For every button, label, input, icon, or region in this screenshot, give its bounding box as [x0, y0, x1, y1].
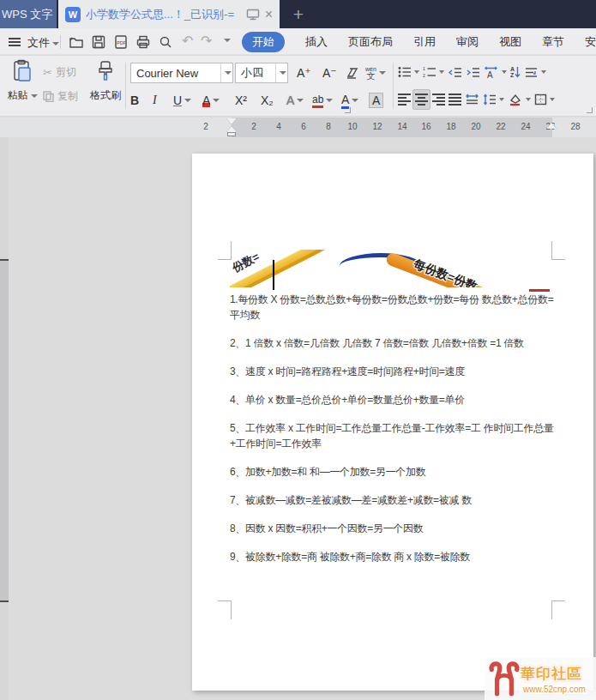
clear-format-button[interactable]	[345, 63, 359, 83]
italic-button[interactable]: I	[153, 90, 157, 111]
paragraph-layout-button[interactable]	[522, 62, 540, 82]
menu-tab-security[interactable]: 安全	[585, 34, 596, 50]
menu-tab-view[interactable]: 视图	[499, 34, 521, 50]
doc-paragraph[interactable]: 9、被除数+除数=商 被除数+商=除数 商 x 除数=被除数	[230, 549, 561, 564]
chevron-down-icon[interactable]	[414, 70, 419, 74]
document-text[interactable]: 1.每份数 X 份数=总数总数+每份数=份数总数+份数=每份 数总数+总份数=平…	[230, 292, 561, 577]
ruler-number: 28	[570, 122, 580, 131]
left-indent-marker[interactable]	[227, 132, 236, 136]
ruler-number: 2	[251, 122, 256, 131]
doc-paragraph[interactable]: 1.每份数 X 份数=总数总数+每份数=份数总数+份数=每份 数总数+总份数=平…	[230, 292, 561, 323]
line-spacing-button[interactable]	[481, 89, 498, 110]
menu-tab-references[interactable]: 引用	[413, 34, 436, 50]
chevron-down-icon[interactable]	[439, 70, 444, 74]
text-effects-button[interactable]: A	[286, 90, 304, 111]
align-left-button[interactable]	[396, 89, 412, 110]
chevron-down-icon	[225, 71, 232, 75]
chevron-down-icon	[213, 99, 220, 102]
increase-indent-button[interactable]	[464, 62, 482, 82]
menu-tab-section[interactable]: 章节	[542, 34, 564, 50]
char-scale-button[interactable]: A	[482, 62, 501, 82]
strikethrough-button[interactable]: A	[202, 90, 220, 111]
menu-bar: 文件 PDF ↶ ↷ 开始插入页面布局引用审阅视图章节安全	[0, 28, 596, 55]
chevron-down-icon[interactable]	[499, 98, 504, 101]
highlight-button[interactable]: ab	[312, 90, 333, 111]
ruler-number: 20	[471, 122, 480, 131]
first-line-indent-marker[interactable]	[226, 118, 237, 124]
grow-font-button[interactable]: A⁺	[297, 63, 311, 83]
font-name-combo[interactable]: Courier New	[130, 63, 233, 83]
chevron-down-icon[interactable]	[502, 70, 507, 74]
align-right-button[interactable]	[430, 89, 447, 110]
quick-access-chevron-icon[interactable]	[224, 39, 231, 42]
cut-button[interactable]: ✂剪切	[43, 63, 87, 81]
chevron-down-icon[interactable]	[550, 98, 555, 101]
tab-close-icon[interactable]: ×	[265, 9, 273, 21]
doc-paragraph[interactable]: 8、因数 x 因数=积积+一个因数=另一个因数	[230, 521, 561, 536]
underline-button[interactable]: U	[173, 90, 191, 111]
shrink-font-button[interactable]: A⁻	[322, 63, 337, 83]
pinyin-guide-button[interactable]: wén 文	[365, 63, 386, 83]
paste-button[interactable]: 粘贴	[5, 59, 39, 112]
scissors-icon: ✂	[43, 66, 52, 79]
redo-icon[interactable]: ↷	[201, 33, 212, 49]
save-button[interactable]	[91, 34, 108, 50]
sort-button[interactable]: AZ	[509, 62, 522, 82]
paragraph-dialog-launcher[interactable]	[587, 107, 593, 113]
doc-paragraph[interactable]: 2、1 倍数 x 倍数=几倍数 几倍数 7 倍数=倍数 几倍数+倍数 =1 倍数	[230, 335, 561, 351]
bold-button[interactable]: B	[130, 90, 139, 111]
doc-paragraph[interactable]: 5、工作效率 x 工作时间=工作总量工作总量-工作效率=工 作时间工作总量+工作…	[230, 420, 561, 451]
borders-button[interactable]	[533, 89, 549, 110]
new-tab-button[interactable]: +	[283, 0, 314, 28]
hamburger-icon[interactable]	[9, 38, 21, 39]
right-indent-marker[interactable]	[546, 123, 557, 129]
paste-label: 粘贴	[8, 89, 28, 101]
svg-text:2: 2	[423, 73, 425, 78]
font-dialog-launcher[interactable]	[345, 107, 351, 113]
menu-tab-insert[interactable]: 插入	[305, 34, 328, 50]
copy-button[interactable]: 复制	[43, 87, 87, 106]
font-size-combo[interactable]: 小四	[235, 63, 288, 83]
decrease-indent-button[interactable]	[446, 62, 464, 82]
paste-chevron-icon	[31, 94, 38, 98]
export-pdf-button[interactable]: PDF	[113, 34, 130, 50]
header-scanned-image[interactable]: 份数= 每份数=份数	[230, 250, 554, 287]
distribute-button[interactable]	[463, 89, 481, 110]
horizontal-ruler[interactable]: 2246810121416182022242628	[0, 118, 596, 137]
align-center-button[interactable]	[412, 89, 430, 110]
doc-paragraph[interactable]: 6、加数+加数=和 和—一个加数=另一个加数	[230, 464, 561, 480]
chevron-down-icon[interactable]	[526, 98, 531, 101]
doc-paragraph[interactable]: 4、单价 x 数量=总价总价+单价=数量总价+数量=单价	[230, 392, 561, 407]
open-file-button[interactable]	[69, 34, 86, 50]
superscript-button[interactable]: X²	[235, 90, 247, 111]
numbered-list-button[interactable]: 12	[421, 62, 438, 82]
hanging-indent-marker[interactable]	[226, 126, 237, 132]
wps-app-button[interactable]: WPS 文字	[0, 0, 57, 28]
document-tab[interactable]: W 小学数学公式思...！_已识别-= ×	[58, 0, 280, 28]
doc-paragraph[interactable]: 7、被减数—减数=差被减数—差=减数差+减数=被减 数	[230, 492, 561, 508]
subscript-button[interactable]: X₂	[261, 90, 274, 111]
ruler-number: 6	[301, 122, 306, 131]
file-menu[interactable]: 文件	[27, 35, 59, 51]
margin-corner-mark	[218, 600, 232, 619]
format-painter-button[interactable]: 格式刷	[89, 59, 122, 112]
vertical-ruler[interactable]	[0, 137, 9, 700]
document-page[interactable]: 份数= 每份数=份数 1.每份数 X 份数=总数总数+每份数=份数总数+份数=每…	[192, 154, 593, 691]
menu-tab-review[interactable]: 审阅	[456, 34, 479, 50]
menu-tab-page-layout[interactable]: 页面布局	[348, 34, 393, 50]
svg-text:PDF: PDF	[117, 40, 125, 45]
cut-label: 剪切	[56, 65, 76, 80]
char-border-button[interactable]: A	[369, 90, 383, 111]
doc-paragraph[interactable]: 3、速度 x 时间=路程路程+速度=时间路程+时间=速度	[230, 364, 561, 379]
print-button[interactable]	[135, 34, 153, 50]
divider	[125, 63, 126, 109]
print-preview-button[interactable]	[158, 34, 175, 50]
watermark-title: 華印社區	[521, 664, 582, 684]
undo-icon[interactable]: ↶	[182, 33, 193, 49]
shading-button[interactable]	[506, 89, 525, 110]
justify-button[interactable]	[447, 89, 463, 110]
chevron-down-icon[interactable]	[541, 70, 546, 74]
monitor-icon[interactable]	[246, 9, 260, 21]
menu-tab-home[interactable]: 开始	[242, 32, 285, 52]
bullet-list-button[interactable]	[396, 62, 413, 82]
